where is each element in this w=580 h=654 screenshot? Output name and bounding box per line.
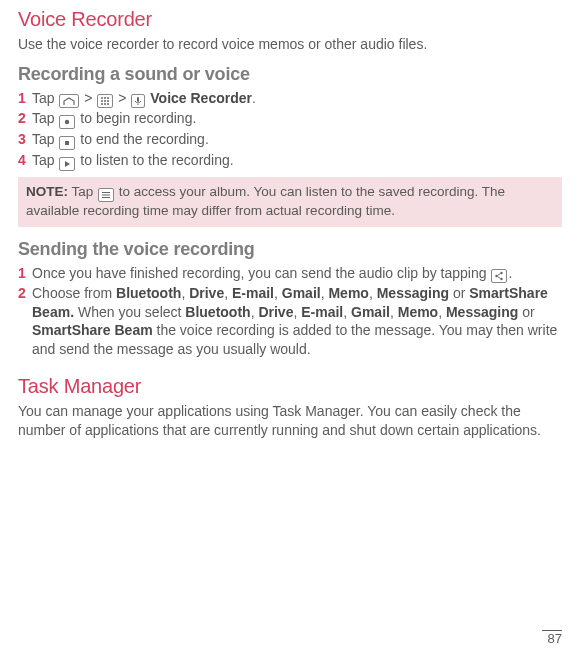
heading-task-manager: Task Manager [18, 375, 562, 398]
recording-steps: 1 Tap > > Voice Recorder. 2 Tap to begin… [18, 89, 562, 172]
svg-point-1 [104, 97, 106, 99]
opt-bluetooth: Bluetooth [185, 304, 250, 320]
svg-point-7 [104, 103, 106, 105]
task-manager-body: You can manage your applications using T… [18, 402, 562, 440]
text: > [114, 90, 130, 106]
note-label: NOTE: [26, 184, 68, 199]
text: to end the recording. [76, 131, 208, 147]
svg-line-20 [498, 273, 501, 275]
step-2: 2 Tap to begin recording. [18, 109, 562, 129]
heading-recording: Recording a sound or voice [18, 64, 562, 85]
text: to begin recording. [76, 110, 196, 126]
text: to listen to the recording. [76, 152, 233, 168]
step-number: 4 [18, 151, 32, 170]
step-number: 1 [18, 89, 32, 108]
step-3: 3 Tap to end the recording. [18, 130, 562, 150]
text: . [508, 265, 512, 281]
text: , [343, 304, 351, 320]
opt-email: E-mail [301, 304, 343, 320]
opt-drive: Drive [189, 285, 224, 301]
opt-drive: Drive [258, 304, 293, 320]
text: or [449, 285, 469, 301]
heading-sending: Sending the voice recording [18, 239, 562, 260]
opt-memo: Memo [328, 285, 368, 301]
page-content: Voice Recorder Use the voice recorder to… [0, 0, 580, 460]
note-box: NOTE: Tap to access your album. You can … [18, 177, 562, 226]
svg-rect-9 [137, 97, 139, 102]
text: , [181, 285, 189, 301]
svg-point-3 [101, 100, 103, 102]
step-number: 3 [18, 130, 32, 149]
svg-point-2 [107, 97, 109, 99]
play-icon [59, 157, 75, 171]
text: Tap [32, 90, 58, 106]
text: , [224, 285, 232, 301]
home-icon [59, 94, 79, 108]
sending-steps: 1 Once you have finished recording, you … [18, 264, 562, 360]
step-number: 2 [18, 109, 32, 128]
text: Choose from [32, 285, 116, 301]
opt-bluetooth: Bluetooth [116, 285, 181, 301]
opt-smartshare-beam: SmartShare Beam [32, 322, 153, 338]
list-icon [98, 188, 114, 202]
opt-gmail: Gmail [351, 304, 390, 320]
text: or [518, 304, 534, 320]
heading-voice-recorder: Voice Recorder [18, 8, 562, 31]
opt-messaging: Messaging [446, 304, 518, 320]
svg-point-0 [101, 97, 103, 99]
text: , [274, 285, 282, 301]
svg-rect-12 [65, 141, 69, 145]
apps-icon [97, 94, 113, 108]
text: , [390, 304, 398, 320]
text: , [369, 285, 377, 301]
opt-gmail: Gmail [282, 285, 321, 301]
opt-memo: Memo [398, 304, 438, 320]
svg-marker-13 [65, 161, 70, 167]
step-4: 4 Tap to listen to the recording. [18, 151, 562, 171]
page-number: 87 [542, 630, 562, 646]
text: . [252, 90, 256, 106]
step-number: 1 [18, 264, 32, 283]
voice-recorder-icon [131, 94, 145, 108]
voice-recorder-label: Voice Recorder [146, 90, 252, 106]
share-icon [491, 269, 507, 283]
send-step-2: 2 Choose from Bluetooth, Drive, E-mail, … [18, 284, 562, 360]
record-icon [59, 115, 75, 129]
text: Tap [32, 110, 58, 126]
send-step-1: 1 Once you have finished recording, you … [18, 264, 562, 283]
opt-email: E-mail [232, 285, 274, 301]
svg-point-8 [107, 103, 109, 105]
text: , [438, 304, 446, 320]
step-1: 1 Tap > > Voice Recorder. [18, 89, 562, 109]
opt-messaging: Messaging [377, 285, 449, 301]
text: Once you have finished recording, you ca… [32, 265, 490, 281]
text: Tap [32, 152, 58, 168]
text: > [80, 90, 96, 106]
step-number: 2 [18, 284, 32, 303]
svg-point-6 [101, 103, 103, 105]
stop-icon [59, 136, 75, 150]
text: Tap [32, 131, 58, 147]
svg-line-21 [498, 276, 501, 278]
svg-point-11 [65, 120, 69, 124]
svg-point-5 [107, 100, 109, 102]
text: When you select [74, 304, 185, 320]
voice-recorder-intro: Use the voice recorder to record voice m… [18, 35, 562, 54]
text: Tap [68, 184, 97, 199]
svg-point-4 [104, 100, 106, 102]
